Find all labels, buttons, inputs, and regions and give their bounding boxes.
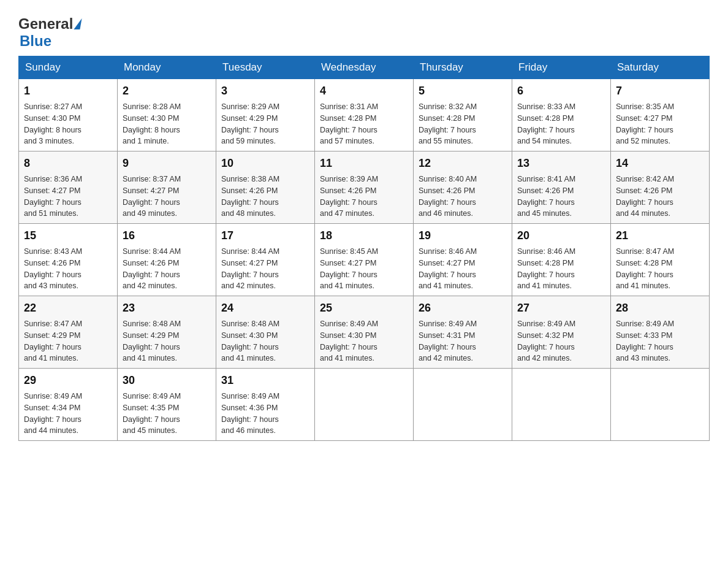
calendar-cell: 15Sunrise: 8:43 AM Sunset: 4:26 PM Dayli… [19, 224, 118, 296]
day-info: Sunrise: 8:49 AM Sunset: 4:33 PM Dayligh… [616, 318, 704, 364]
day-info: Sunrise: 8:42 AM Sunset: 4:26 PM Dayligh… [616, 174, 704, 220]
column-headers: SundayMondayTuesdayWednesdayThursdayFrid… [19, 56, 710, 79]
day-number: 12 [419, 155, 507, 172]
calendar-cell: 11Sunrise: 8:39 AM Sunset: 4:26 PM Dayli… [315, 151, 414, 224]
day-number: 21 [616, 228, 704, 244]
column-header-sunday: Sunday [19, 56, 118, 79]
calendar-cell: 23Sunrise: 8:48 AM Sunset: 4:29 PM Dayli… [118, 296, 216, 369]
day-number: 24 [221, 300, 309, 316]
day-info: Sunrise: 8:49 AM Sunset: 4:30 PM Dayligh… [320, 318, 408, 364]
day-number: 6 [517, 83, 605, 99]
day-number: 5 [419, 83, 507, 99]
day-info: Sunrise: 8:44 AM Sunset: 4:27 PM Dayligh… [221, 246, 309, 292]
calendar-cell [414, 369, 512, 441]
day-info: Sunrise: 8:49 AM Sunset: 4:36 PM Dayligh… [221, 391, 309, 437]
day-number: 13 [517, 155, 605, 172]
calendar-cell [315, 369, 414, 441]
day-info: Sunrise: 8:44 AM Sunset: 4:26 PM Dayligh… [123, 246, 211, 292]
calendar-cell: 3Sunrise: 8:29 AM Sunset: 4:29 PM Daylig… [216, 79, 315, 151]
day-number: 15 [24, 228, 112, 244]
day-number: 18 [320, 228, 408, 244]
day-number: 22 [24, 300, 112, 316]
day-number: 9 [123, 155, 211, 172]
page-header: General Blue [18, 12, 710, 50]
day-info: Sunrise: 8:37 AM Sunset: 4:27 PM Dayligh… [123, 174, 211, 220]
day-info: Sunrise: 8:49 AM Sunset: 4:35 PM Dayligh… [123, 391, 211, 437]
week-row-4: 22Sunrise: 8:47 AM Sunset: 4:29 PM Dayli… [19, 296, 710, 369]
day-number: 8 [24, 155, 112, 172]
calendar-cell: 29Sunrise: 8:49 AM Sunset: 4:34 PM Dayli… [19, 369, 118, 441]
week-row-3: 15Sunrise: 8:43 AM Sunset: 4:26 PM Dayli… [19, 224, 710, 296]
day-number: 11 [320, 155, 408, 172]
calendar-cell [512, 369, 611, 441]
day-info: Sunrise: 8:35 AM Sunset: 4:27 PM Dayligh… [616, 101, 704, 147]
day-info: Sunrise: 8:47 AM Sunset: 4:29 PM Dayligh… [24, 318, 112, 364]
day-info: Sunrise: 8:45 AM Sunset: 4:27 PM Dayligh… [320, 246, 408, 292]
day-number: 27 [517, 300, 605, 316]
calendar-cell: 8Sunrise: 8:36 AM Sunset: 4:27 PM Daylig… [19, 151, 118, 224]
calendar-cell: 2Sunrise: 8:28 AM Sunset: 4:30 PM Daylig… [118, 79, 216, 151]
calendar-cell: 13Sunrise: 8:41 AM Sunset: 4:26 PM Dayli… [512, 151, 611, 224]
day-info: Sunrise: 8:33 AM Sunset: 4:28 PM Dayligh… [517, 101, 605, 147]
calendar-cell: 28Sunrise: 8:49 AM Sunset: 4:33 PM Dayli… [611, 296, 710, 369]
calendar-cell: 7Sunrise: 8:35 AM Sunset: 4:27 PM Daylig… [611, 79, 710, 151]
column-header-monday: Monday [118, 56, 216, 79]
day-info: Sunrise: 8:40 AM Sunset: 4:26 PM Dayligh… [419, 174, 507, 220]
calendar-cell: 25Sunrise: 8:49 AM Sunset: 4:30 PM Dayli… [315, 296, 414, 369]
column-header-thursday: Thursday [414, 56, 512, 79]
column-header-saturday: Saturday [611, 56, 710, 79]
day-number: 7 [616, 83, 704, 99]
day-number: 26 [419, 300, 507, 316]
day-number: 17 [221, 228, 309, 244]
calendar-table: SundayMondayTuesdayWednesdayThursdayFrid… [18, 56, 710, 441]
day-number: 25 [320, 300, 408, 316]
day-number: 16 [123, 228, 211, 244]
day-info: Sunrise: 8:47 AM Sunset: 4:28 PM Dayligh… [616, 246, 704, 292]
day-info: Sunrise: 8:36 AM Sunset: 4:27 PM Dayligh… [24, 174, 112, 220]
calendar-cell: 9Sunrise: 8:37 AM Sunset: 4:27 PM Daylig… [118, 151, 216, 224]
calendar-cell: 26Sunrise: 8:49 AM Sunset: 4:31 PM Dayli… [414, 296, 512, 369]
calendar-cell: 27Sunrise: 8:49 AM Sunset: 4:32 PM Dayli… [512, 296, 611, 369]
day-info: Sunrise: 8:27 AM Sunset: 4:30 PM Dayligh… [24, 101, 112, 147]
column-header-tuesday: Tuesday [216, 56, 315, 79]
column-header-wednesday: Wednesday [315, 56, 414, 79]
calendar-cell: 5Sunrise: 8:32 AM Sunset: 4:28 PM Daylig… [414, 79, 512, 151]
day-number: 30 [123, 372, 211, 389]
week-row-2: 8Sunrise: 8:36 AM Sunset: 4:27 PM Daylig… [19, 151, 710, 224]
day-number: 28 [616, 300, 704, 316]
day-number: 23 [123, 300, 211, 316]
calendar-cell: 24Sunrise: 8:48 AM Sunset: 4:30 PM Dayli… [216, 296, 315, 369]
calendar-cell: 12Sunrise: 8:40 AM Sunset: 4:26 PM Dayli… [414, 151, 512, 224]
calendar-cell: 21Sunrise: 8:47 AM Sunset: 4:28 PM Dayli… [611, 224, 710, 296]
calendar-cell: 10Sunrise: 8:38 AM Sunset: 4:26 PM Dayli… [216, 151, 315, 224]
day-info: Sunrise: 8:46 AM Sunset: 4:28 PM Dayligh… [517, 246, 605, 292]
calendar-cell: 19Sunrise: 8:46 AM Sunset: 4:27 PM Dayli… [414, 224, 512, 296]
calendar-cell: 22Sunrise: 8:47 AM Sunset: 4:29 PM Dayli… [19, 296, 118, 369]
day-info: Sunrise: 8:46 AM Sunset: 4:27 PM Dayligh… [419, 246, 507, 292]
calendar-cell: 31Sunrise: 8:49 AM Sunset: 4:36 PM Dayli… [216, 369, 315, 441]
logo: General Blue [18, 12, 82, 50]
day-info: Sunrise: 8:28 AM Sunset: 4:30 PM Dayligh… [123, 101, 211, 147]
day-info: Sunrise: 8:43 AM Sunset: 4:26 PM Dayligh… [24, 246, 112, 292]
calendar-cell: 30Sunrise: 8:49 AM Sunset: 4:35 PM Dayli… [118, 369, 216, 441]
calendar-cell: 16Sunrise: 8:44 AM Sunset: 4:26 PM Dayli… [118, 224, 216, 296]
day-number: 10 [221, 155, 309, 172]
calendar-cell [611, 369, 710, 441]
day-info: Sunrise: 8:48 AM Sunset: 4:29 PM Dayligh… [123, 318, 211, 364]
calendar-cell: 1Sunrise: 8:27 AM Sunset: 4:30 PM Daylig… [19, 79, 118, 151]
day-number: 4 [320, 83, 408, 99]
day-number: 31 [221, 372, 309, 389]
calendar-cell: 14Sunrise: 8:42 AM Sunset: 4:26 PM Dayli… [611, 151, 710, 224]
week-row-1: 1Sunrise: 8:27 AM Sunset: 4:30 PM Daylig… [19, 79, 710, 151]
column-header-friday: Friday [512, 56, 611, 79]
day-number: 20 [517, 228, 605, 244]
week-row-5: 29Sunrise: 8:49 AM Sunset: 4:34 PM Dayli… [19, 369, 710, 441]
day-number: 19 [419, 228, 507, 244]
calendar-cell: 20Sunrise: 8:46 AM Sunset: 4:28 PM Dayli… [512, 224, 611, 296]
day-info: Sunrise: 8:38 AM Sunset: 4:26 PM Dayligh… [221, 174, 309, 220]
calendar-cell: 17Sunrise: 8:44 AM Sunset: 4:27 PM Dayli… [216, 224, 315, 296]
day-number: 1 [24, 83, 112, 99]
day-info: Sunrise: 8:32 AM Sunset: 4:28 PM Dayligh… [419, 101, 507, 147]
day-info: Sunrise: 8:29 AM Sunset: 4:29 PM Dayligh… [221, 101, 309, 147]
day-info: Sunrise: 8:49 AM Sunset: 4:31 PM Dayligh… [419, 318, 507, 364]
